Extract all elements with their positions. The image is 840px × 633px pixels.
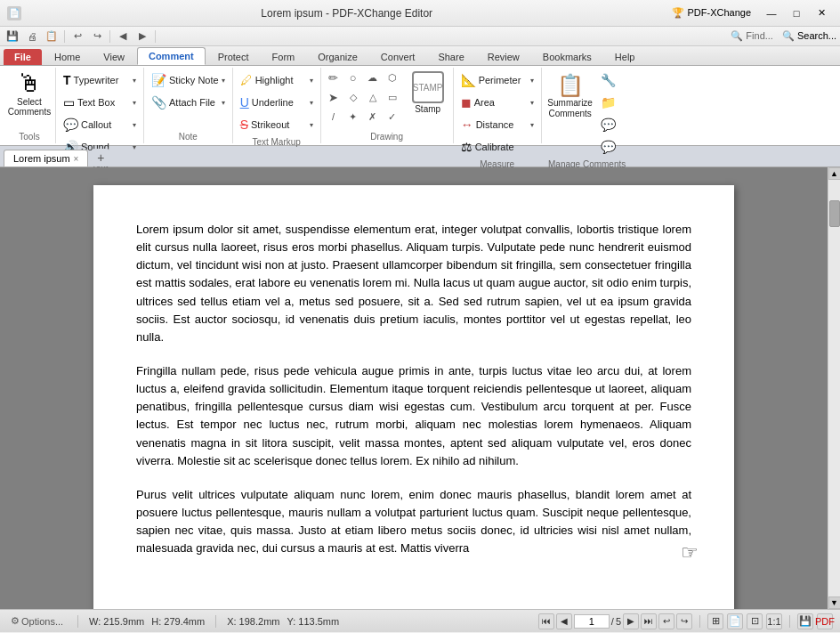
check-tool[interactable]: ✓: [384, 109, 401, 125]
vertical-scrollbar[interactable]: ▲ ▼: [828, 167, 840, 609]
arrow-tool[interactable]: ➤: [325, 89, 343, 105]
perimeter-label: Perimeter: [479, 75, 521, 85]
callout-dropdown[interactable]: ▾: [133, 121, 136, 129]
star-tool[interactable]: ✦: [344, 109, 362, 125]
perimeter-dropdown[interactable]: ▾: [530, 77, 534, 85]
text-content: T Typewriter ▾ ▭ Text Box ▾ 💬 Callout ▾ …: [60, 69, 140, 158]
undo-btn[interactable]: ↩: [69, 28, 86, 45]
distance-button[interactable]: ↔ Distance ▾: [457, 114, 537, 135]
select-comments-button[interactable]: 🖱 Select Comments: [7, 69, 52, 118]
tab-home[interactable]: Home: [44, 49, 91, 65]
polygon-tool[interactable]: ⬡: [384, 69, 401, 85]
attach-dropdown[interactable]: ▾: [222, 99, 225, 107]
textbox-button[interactable]: ▭ Text Box ▾: [60, 92, 140, 113]
markup-content: 🖊 Highlight ▾ U Underline ▾ S Strikeout …: [237, 69, 317, 135]
last-page-btn[interactable]: ⏭: [641, 613, 657, 629]
tab-review[interactable]: Review: [477, 49, 530, 65]
tab-bookmarks[interactable]: Bookmarks: [532, 49, 602, 65]
diamond-tool[interactable]: ◇: [344, 89, 362, 105]
manage-btn4[interactable]: 💬: [597, 136, 629, 158]
scroll-track[interactable]: [828, 180, 840, 596]
page-number-input[interactable]: [574, 614, 610, 629]
stamp-button[interactable]: STAMP Stamp: [407, 69, 449, 116]
perimeter-button[interactable]: 📐 Perimeter ▾: [457, 69, 537, 91]
pdf-status-btn[interactable]: PDF: [817, 613, 833, 629]
scroll-down-arrow[interactable]: ▼: [828, 596, 841, 609]
zoom-width-btn[interactable]: ⊡: [747, 613, 763, 629]
highlight-button[interactable]: 🖊 Highlight ▾: [237, 69, 317, 91]
typewriter-button[interactable]: T Typewriter ▾: [60, 69, 140, 91]
scroll-thumb[interactable]: [829, 200, 840, 227]
strikeout-button[interactable]: S Strikeout ▾: [237, 114, 317, 135]
main-area: Lorem ipsum dolor sit amet, suspendisse …: [0, 167, 840, 609]
tab-comment[interactable]: Comment: [137, 47, 206, 65]
highlight-dropdown[interactable]: ▾: [310, 77, 313, 85]
nav-back-btn[interactable]: ↩: [658, 613, 674, 629]
area-dropdown[interactable]: ▾: [530, 99, 534, 107]
nav-forward-btn[interactable]: ↪: [676, 613, 692, 629]
sound-dropdown[interactable]: ▾: [133, 143, 136, 151]
forward-btn[interactable]: ▶: [133, 28, 151, 45]
strikeout-dropdown[interactable]: ▾: [310, 121, 313, 129]
underline-button[interactable]: U Underline ▾: [237, 92, 317, 113]
circle-tool[interactable]: ○: [344, 69, 362, 85]
zoom-page-btn[interactable]: 📄: [727, 613, 743, 629]
cloud-tool[interactable]: ☁: [364, 69, 382, 85]
manage-btn1[interactable]: 🔧: [597, 69, 629, 91]
back-btn[interactable]: ◀: [114, 28, 132, 45]
add-tab-button[interactable]: +: [92, 149, 109, 166]
manage-btn3[interactable]: 💬: [597, 114, 629, 135]
calibrate-button[interactable]: ⚖ Calibrate: [457, 136, 537, 158]
next-page-btn[interactable]: ▶: [623, 613, 639, 629]
save-status-btn[interactable]: 💾: [797, 613, 813, 629]
zoom-actual-btn[interactable]: 1:1: [766, 613, 782, 629]
first-page-btn[interactable]: ⏮: [538, 613, 554, 629]
distance-dropdown[interactable]: ▾: [530, 121, 534, 129]
tab-close[interactable]: ×: [74, 154, 79, 164]
width-display: W: 215.9mm: [89, 616, 144, 627]
tab-help[interactable]: Help: [604, 49, 646, 65]
tab-protect[interactable]: Protect: [207, 49, 260, 65]
document-tab[interactable]: Lorem ipsum ×: [4, 150, 88, 166]
ribbon-group-text: T Typewriter ▾ ▭ Text Box ▾ 💬 Callout ▾ …: [56, 68, 144, 143]
typewriter-dropdown[interactable]: ▾: [133, 77, 136, 85]
tab-view[interactable]: View: [93, 49, 135, 65]
search-button[interactable]: 🔍 Search...: [782, 30, 836, 42]
redo-btn[interactable]: ↪: [88, 28, 106, 45]
find-button[interactable]: 🔍 Find...: [731, 30, 773, 42]
attach-file-button[interactable]: 📎 Attach File ▾: [148, 92, 229, 113]
ribbon-group-measure: 📐 Perimeter ▾ ◼ Area ▾ ↔ Distance ▾ ⚖ Ca…: [454, 68, 542, 143]
close-button[interactable]: ✕: [810, 4, 833, 22]
sticky-note-dropdown[interactable]: ▾: [222, 77, 225, 85]
underline-dropdown[interactable]: ▾: [310, 99, 313, 107]
area-label: Area: [474, 97, 495, 108]
line-tool[interactable]: /: [325, 109, 343, 125]
manage-btn2[interactable]: 📁: [597, 92, 629, 113]
tab-organize[interactable]: Organize: [307, 49, 368, 65]
options-label: Options...: [21, 616, 63, 627]
maximize-button[interactable]: □: [785, 4, 808, 22]
print-quick-btn[interactable]: 🖨: [23, 28, 41, 45]
tab-share[interactable]: Share: [427, 49, 474, 65]
scroll-up-arrow[interactable]: ▲: [828, 167, 841, 180]
callout-button[interactable]: 💬 Callout ▾: [60, 114, 140, 135]
prev-page-btn[interactable]: ◀: [556, 613, 572, 629]
minimize-button[interactable]: —: [760, 4, 783, 22]
triangle-tool[interactable]: △: [364, 89, 382, 105]
manage-extra-col: 🔧 📁 💬 💬: [597, 69, 629, 158]
summarize-comments-button[interactable]: 📋 SummarizeComments: [545, 69, 595, 123]
status-bar: ⚙ Options... W: 215.9mm H: 279.4mm X: 19…: [0, 609, 840, 632]
sticky-note-button[interactable]: 📝 Sticky Note ▾: [148, 69, 229, 91]
options-button[interactable]: ⚙ Options...: [7, 613, 67, 629]
pencil-tool[interactable]: ✏: [325, 69, 343, 85]
textbox-dropdown[interactable]: ▾: [133, 99, 136, 107]
save-quick-btn[interactable]: 💾: [4, 28, 21, 45]
rect-tool[interactable]: ▭: [384, 89, 401, 105]
area-button[interactable]: ◼ Area ▾: [457, 92, 537, 113]
cross-tool[interactable]: ✗: [364, 109, 382, 125]
clipboard-quick-btn[interactable]: 📋: [43, 28, 61, 45]
zoom-fit-btn[interactable]: ⊞: [707, 613, 723, 629]
tab-form[interactable]: Form: [262, 49, 306, 65]
tab-file[interactable]: File: [4, 49, 42, 65]
tab-convert[interactable]: Convert: [370, 49, 426, 65]
